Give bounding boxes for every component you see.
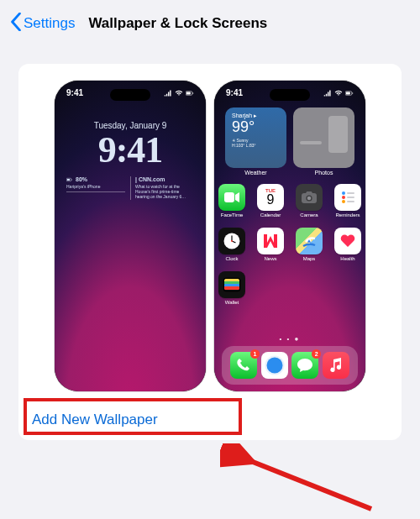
wallpaper-previews: 9:41 Tuesday, January 9 9:41 80% Haripri… xyxy=(30,81,390,391)
battery-icon xyxy=(66,177,73,182)
svg-rect-14 xyxy=(347,192,354,194)
status-icons xyxy=(164,88,194,97)
add-wallpaper-button[interactable]: Add New Wallpaper xyxy=(32,412,158,428)
app-label: Reminders xyxy=(334,212,361,218)
badge: 1 xyxy=(250,349,260,359)
dynamic-island-icon xyxy=(110,89,150,101)
annotation-arrow-icon xyxy=(220,443,388,519)
app-news: News xyxy=(257,228,284,261)
nav-bar: Settings Wallpaper & Lock Screens xyxy=(0,0,420,47)
svg-rect-4 xyxy=(67,179,71,181)
reminders-icon xyxy=(334,184,361,211)
app-wallet: Wallet xyxy=(218,271,245,305)
svg-rect-18 xyxy=(347,201,354,202)
wifi-icon xyxy=(175,90,183,97)
camera-icon xyxy=(296,184,323,211)
status-time: 9:41 xyxy=(226,88,243,97)
svg-point-17 xyxy=(342,200,345,203)
svg-rect-1 xyxy=(186,92,191,94)
maps-icon xyxy=(296,228,323,254)
svg-point-12 xyxy=(307,197,312,201)
lockscreen-battery-widget: 80% Haripriya's iPhone xyxy=(66,176,125,200)
app-facetime: FaceTime xyxy=(218,184,245,218)
facetime-icon xyxy=(218,184,245,211)
svg-rect-16 xyxy=(347,197,354,198)
status-time: 9:41 xyxy=(66,88,83,97)
svg-line-31 xyxy=(249,460,371,509)
dynamic-island-icon xyxy=(270,89,310,101)
svg-rect-5 xyxy=(71,180,72,181)
page-dots: • • ● xyxy=(214,335,365,343)
app-label: Calendar xyxy=(257,212,284,218)
app-grid: FaceTimeTUE9CalendarCameraRemindersClock… xyxy=(214,176,365,305)
app-camera: Camera xyxy=(296,184,323,218)
wifi-icon xyxy=(334,90,343,97)
svg-point-13 xyxy=(342,191,345,195)
back-label: Settings xyxy=(24,15,75,32)
svg-rect-2 xyxy=(192,92,193,94)
calendar-icon: TUE9 xyxy=(257,184,284,211)
dock-messages: 2 xyxy=(291,352,318,379)
svg-rect-7 xyxy=(346,92,350,94)
dock-safari xyxy=(261,352,288,379)
signal-icon xyxy=(323,90,332,97)
homescreen-preview[interactable]: 9:41 Sharjah ▸ 99° ☀ SunnyH:103° L:83° xyxy=(214,81,365,391)
lockscreen-time: 9:41 xyxy=(55,128,206,171)
wallet-icon xyxy=(218,271,245,298)
lockscreen-news-widget: | CNN.com What to watch for at the House… xyxy=(130,176,194,200)
battery-icon xyxy=(186,90,194,97)
svg-point-30 xyxy=(266,358,282,374)
app-label: Health xyxy=(334,256,361,261)
wallpaper-card: 9:41 Tuesday, January 9 9:41 80% Haripri… xyxy=(18,64,402,440)
photos-widget xyxy=(293,107,354,168)
clock-icon xyxy=(218,228,245,254)
app-reminders: Reminders xyxy=(334,184,361,218)
back-chevron-icon xyxy=(10,13,22,35)
app-label: FaceTime xyxy=(218,212,245,218)
app-clock: Clock xyxy=(218,228,245,261)
svg-rect-27 xyxy=(224,286,239,290)
dock: 12 xyxy=(222,346,358,385)
app-label: Clock xyxy=(218,256,245,261)
battery-icon xyxy=(345,90,354,97)
app-maps: Maps xyxy=(296,228,323,261)
app-calendar: TUE9Calendar xyxy=(257,184,284,218)
badge: 2 xyxy=(312,349,321,359)
health-icon xyxy=(334,228,361,254)
app-label: Camera xyxy=(296,212,323,218)
news-icon xyxy=(257,228,284,254)
weather-widget: Sharjah ▸ 99° ☀ SunnyH:103° L:83° xyxy=(225,107,286,168)
app-label: Maps xyxy=(296,256,323,261)
status-icons xyxy=(323,88,354,97)
dock-phone: 1 xyxy=(230,352,257,379)
widget-labels: Weather Photos xyxy=(214,168,365,176)
app-label: Wallet xyxy=(218,300,245,305)
page-title: Wallpaper & Lock Screens xyxy=(88,15,267,32)
lockscreen-preview[interactable]: 9:41 Tuesday, January 9 9:41 80% Haripri… xyxy=(55,81,206,391)
app-label: News xyxy=(257,256,284,261)
svg-rect-9 xyxy=(224,192,234,202)
svg-point-15 xyxy=(342,196,345,199)
svg-point-22 xyxy=(231,240,233,242)
dock-music xyxy=(323,352,349,379)
app-health: Health xyxy=(334,228,361,261)
back-button[interactable]: Settings xyxy=(10,13,75,35)
signal-icon xyxy=(164,90,172,97)
svg-rect-8 xyxy=(352,92,353,94)
